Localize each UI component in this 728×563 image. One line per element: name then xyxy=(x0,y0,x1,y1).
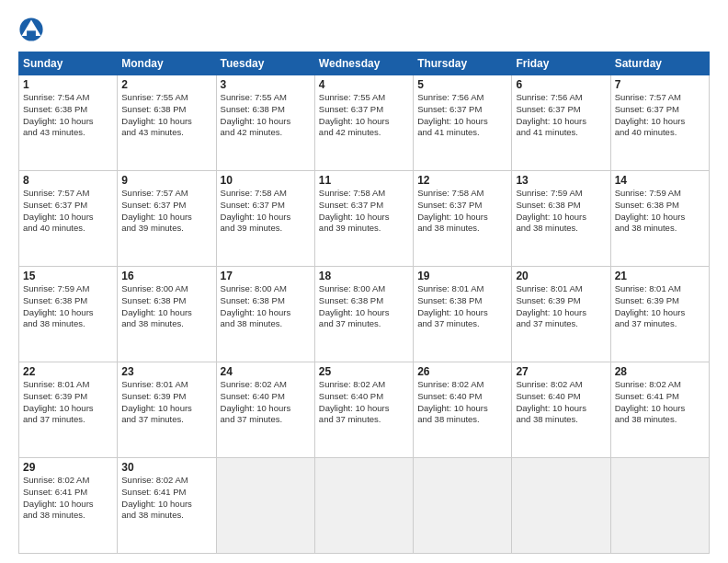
calendar-day-cell: 17Sunrise: 8:00 AM Sunset: 6:38 PM Dayli… xyxy=(216,267,314,362)
day-number: 10 xyxy=(221,174,311,187)
calendar-day-cell: 4Sunrise: 7:55 AM Sunset: 6:37 PM Daylig… xyxy=(314,75,413,171)
day-info: Sunrise: 7:57 AM Sunset: 6:37 PM Dayligh… xyxy=(615,92,705,139)
column-header-saturday: Saturday xyxy=(610,52,709,75)
day-number: 9 xyxy=(121,174,211,187)
day-number: 22 xyxy=(23,365,113,378)
calendar-day-cell xyxy=(216,458,314,554)
calendar-day-cell: 26Sunrise: 8:02 AM Sunset: 6:40 PM Dayli… xyxy=(414,362,512,458)
day-info: Sunrise: 7:59 AM Sunset: 6:38 PM Dayligh… xyxy=(516,188,606,235)
day-number: 4 xyxy=(319,78,409,91)
calendar-day-cell xyxy=(314,458,413,554)
day-info: Sunrise: 8:02 AM Sunset: 6:40 PM Dayligh… xyxy=(319,379,409,426)
calendar-day-cell: 5Sunrise: 7:56 AM Sunset: 6:37 PM Daylig… xyxy=(414,75,512,171)
logo-icon xyxy=(18,17,44,42)
day-info: Sunrise: 7:59 AM Sunset: 6:38 PM Dayligh… xyxy=(615,188,705,235)
calendar-week-row: 8Sunrise: 7:57 AM Sunset: 6:37 PM Daylig… xyxy=(19,171,710,267)
calendar-day-cell xyxy=(512,458,610,554)
day-info: Sunrise: 7:58 AM Sunset: 6:37 PM Dayligh… xyxy=(221,188,311,235)
day-number: 2 xyxy=(121,78,211,91)
calendar-day-cell: 3Sunrise: 7:55 AM Sunset: 6:38 PM Daylig… xyxy=(216,75,314,171)
calendar-day-cell xyxy=(414,458,512,554)
day-number: 20 xyxy=(516,270,606,282)
day-number: 15 xyxy=(23,270,113,282)
day-info: Sunrise: 7:58 AM Sunset: 6:37 PM Dayligh… xyxy=(417,188,507,235)
calendar-day-cell: 18Sunrise: 8:00 AM Sunset: 6:38 PM Dayli… xyxy=(314,267,413,362)
day-number: 27 xyxy=(516,365,606,378)
calendar-day-cell: 10Sunrise: 7:58 AM Sunset: 6:37 PM Dayli… xyxy=(216,171,314,267)
day-number: 17 xyxy=(221,270,311,282)
calendar-day-cell: 29Sunrise: 8:02 AM Sunset: 6:41 PM Dayli… xyxy=(19,458,118,554)
day-number: 16 xyxy=(121,270,211,282)
calendar-day-cell: 21Sunrise: 8:01 AM Sunset: 6:39 PM Dayli… xyxy=(610,267,709,362)
calendar-day-cell: 19Sunrise: 8:01 AM Sunset: 6:38 PM Dayli… xyxy=(414,267,512,362)
calendar-day-cell: 30Sunrise: 8:02 AM Sunset: 6:41 PM Dayli… xyxy=(118,458,216,554)
day-info: Sunrise: 7:55 AM Sunset: 6:38 PM Dayligh… xyxy=(221,92,311,139)
day-info: Sunrise: 7:58 AM Sunset: 6:37 PM Dayligh… xyxy=(319,188,409,235)
day-number: 23 xyxy=(121,365,211,378)
day-number: 12 xyxy=(417,174,507,187)
day-number: 19 xyxy=(417,270,507,282)
day-info: Sunrise: 8:01 AM Sunset: 6:39 PM Dayligh… xyxy=(516,283,606,330)
calendar-day-cell: 1Sunrise: 7:54 AM Sunset: 6:38 PM Daylig… xyxy=(19,75,118,171)
calendar-day-cell: 14Sunrise: 7:59 AM Sunset: 6:38 PM Dayli… xyxy=(610,171,709,267)
day-info: Sunrise: 7:55 AM Sunset: 6:37 PM Dayligh… xyxy=(319,92,409,139)
calendar-day-cell: 15Sunrise: 7:59 AM Sunset: 6:38 PM Dayli… xyxy=(19,267,118,362)
calendar-day-cell: 12Sunrise: 7:58 AM Sunset: 6:37 PM Dayli… xyxy=(414,171,512,267)
column-header-thursday: Thursday xyxy=(414,52,512,75)
page: SundayMondayTuesdayWednesdayThursdayFrid… xyxy=(0,0,728,563)
day-number: 24 xyxy=(221,365,311,378)
day-info: Sunrise: 8:01 AM Sunset: 6:39 PM Dayligh… xyxy=(615,283,705,330)
calendar-day-cell: 9Sunrise: 7:57 AM Sunset: 6:37 PM Daylig… xyxy=(118,171,216,267)
day-info: Sunrise: 8:01 AM Sunset: 6:38 PM Dayligh… xyxy=(417,283,507,330)
calendar-day-cell: 24Sunrise: 8:02 AM Sunset: 6:40 PM Dayli… xyxy=(216,362,314,458)
calendar-day-cell: 2Sunrise: 7:55 AM Sunset: 6:38 PM Daylig… xyxy=(118,75,216,171)
day-info: Sunrise: 8:00 AM Sunset: 6:38 PM Dayligh… xyxy=(319,283,409,330)
calendar-day-cell: 11Sunrise: 7:58 AM Sunset: 6:37 PM Dayli… xyxy=(314,171,413,267)
day-info: Sunrise: 7:57 AM Sunset: 6:37 PM Dayligh… xyxy=(23,188,113,235)
day-number: 14 xyxy=(615,174,705,187)
day-number: 21 xyxy=(615,270,705,282)
day-info: Sunrise: 8:02 AM Sunset: 6:40 PM Dayligh… xyxy=(516,379,606,426)
calendar-table: SundayMondayTuesdayWednesdayThursdayFrid… xyxy=(18,52,710,554)
calendar-day-cell xyxy=(610,458,709,554)
day-number: 7 xyxy=(615,78,705,91)
column-header-monday: Monday xyxy=(118,52,216,75)
day-number: 26 xyxy=(417,365,507,378)
day-number: 3 xyxy=(221,78,311,91)
day-info: Sunrise: 7:56 AM Sunset: 6:37 PM Dayligh… xyxy=(417,92,507,139)
calendar-week-row: 1Sunrise: 7:54 AM Sunset: 6:38 PM Daylig… xyxy=(19,75,710,171)
day-info: Sunrise: 8:02 AM Sunset: 6:41 PM Dayligh… xyxy=(23,475,113,522)
day-number: 6 xyxy=(516,78,606,91)
calendar-header-row: SundayMondayTuesdayWednesdayThursdayFrid… xyxy=(19,52,710,75)
calendar-week-row: 22Sunrise: 8:01 AM Sunset: 6:39 PM Dayli… xyxy=(19,362,710,458)
calendar-day-cell: 13Sunrise: 7:59 AM Sunset: 6:38 PM Dayli… xyxy=(512,171,610,267)
day-number: 30 xyxy=(121,461,211,474)
calendar-day-cell: 25Sunrise: 8:02 AM Sunset: 6:40 PM Dayli… xyxy=(314,362,413,458)
day-info: Sunrise: 8:01 AM Sunset: 6:39 PM Dayligh… xyxy=(121,379,211,426)
day-info: Sunrise: 8:02 AM Sunset: 6:41 PM Dayligh… xyxy=(121,475,211,522)
column-header-sunday: Sunday xyxy=(19,52,118,75)
day-number: 29 xyxy=(23,461,113,474)
day-info: Sunrise: 7:54 AM Sunset: 6:38 PM Dayligh… xyxy=(23,92,113,139)
calendar-day-cell: 22Sunrise: 8:01 AM Sunset: 6:39 PM Dayli… xyxy=(19,362,118,458)
day-info: Sunrise: 8:01 AM Sunset: 6:39 PM Dayligh… xyxy=(23,379,113,426)
day-info: Sunrise: 7:56 AM Sunset: 6:37 PM Dayligh… xyxy=(516,92,606,139)
calendar-day-cell: 27Sunrise: 8:02 AM Sunset: 6:40 PM Dayli… xyxy=(512,362,610,458)
day-number: 18 xyxy=(319,270,409,282)
day-number: 28 xyxy=(615,365,705,378)
day-number: 1 xyxy=(23,78,113,91)
day-number: 8 xyxy=(23,174,113,187)
column-header-tuesday: Tuesday xyxy=(216,52,314,75)
day-number: 5 xyxy=(417,78,507,91)
calendar-day-cell: 20Sunrise: 8:01 AM Sunset: 6:39 PM Dayli… xyxy=(512,267,610,362)
column-header-friday: Friday xyxy=(512,52,610,75)
calendar-week-row: 29Sunrise: 8:02 AM Sunset: 6:41 PM Dayli… xyxy=(19,458,710,554)
day-info: Sunrise: 8:00 AM Sunset: 6:38 PM Dayligh… xyxy=(221,283,311,330)
calendar-day-cell: 7Sunrise: 7:57 AM Sunset: 6:37 PM Daylig… xyxy=(610,75,709,171)
svg-rect-2 xyxy=(27,30,36,36)
calendar-day-cell: 8Sunrise: 7:57 AM Sunset: 6:37 PM Daylig… xyxy=(19,171,118,267)
day-info: Sunrise: 8:02 AM Sunset: 6:41 PM Dayligh… xyxy=(615,379,705,426)
day-number: 25 xyxy=(319,365,409,378)
header xyxy=(18,17,710,42)
calendar-day-cell: 28Sunrise: 8:02 AM Sunset: 6:41 PM Dayli… xyxy=(610,362,709,458)
